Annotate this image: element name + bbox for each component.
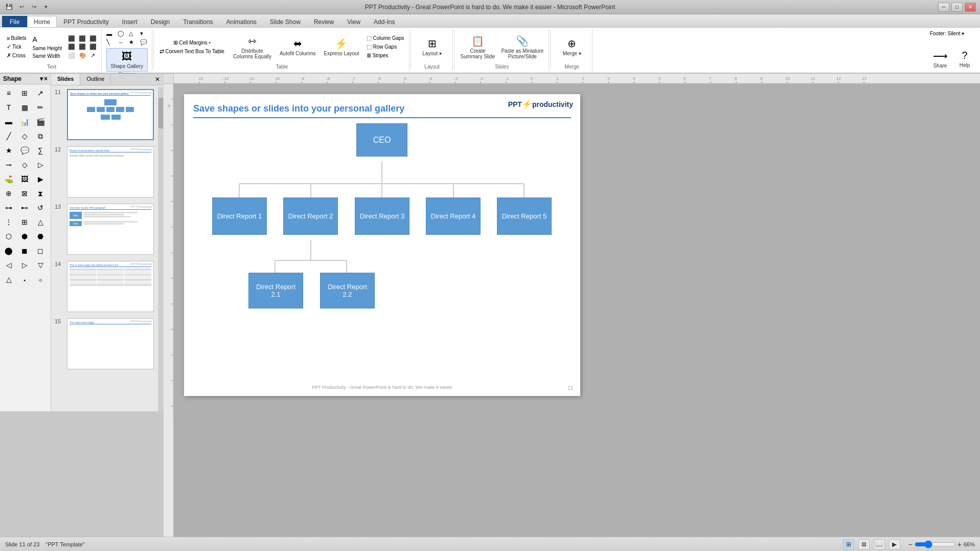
shape-circle-icon[interactable]: ◯ — [116, 30, 126, 37]
distribute-columns-button[interactable]: ⇿ DistributeColumns Equally — [231, 34, 274, 60]
shape-callout-icon[interactable]: 💬 — [139, 38, 149, 46]
org-box-dr3[interactable]: Direct Report 3 — [355, 197, 409, 235]
shape-icon-misc1[interactable]: ⊕ — [2, 187, 15, 200]
column-gaps-button[interactable]: ⬚Column Gaps — [365, 34, 405, 42]
autofit-columns-button[interactable]: ⬌ Autofit Columns — [278, 36, 318, 57]
close-button[interactable]: ✕ — [965, 3, 976, 12]
normal-view-button[interactable]: ⊞ — [843, 539, 854, 549]
tab-ppt-productivity[interactable]: PPT Productivity — [57, 16, 115, 27]
shape-rect-icon[interactable]: ▬ — [105, 30, 115, 37]
shape-star-icon[interactable]: ★ — [127, 38, 138, 46]
merge-button[interactable]: ⊕ Merge ▾ — [561, 36, 583, 57]
slide-item-13[interactable]: 13 PPTProductivity Interview results: fi… — [53, 202, 161, 256]
shape-icon-action[interactable]: ▷ — [34, 158, 47, 171]
share-button[interactable]: ⟶ Share — [930, 49, 950, 70]
shape-arrow-icon[interactable]: → — [116, 38, 126, 46]
slide-thumb-13[interactable]: PPTProductivity Interview results: fifth… — [67, 204, 154, 255]
tab-insert[interactable]: Insert — [116, 16, 144, 27]
tab-design[interactable]: Design — [144, 16, 176, 27]
org-box-dr21[interactable]: Direct Report 2.1 — [248, 273, 303, 308]
outdent-icon[interactable]: ⬛ — [77, 43, 87, 51]
shape-icon-extra4[interactable]: ⬤ — [2, 244, 15, 257]
shape-panel-close[interactable]: × — [44, 75, 48, 82]
shape-icon-media[interactable]: 🎬 — [34, 115, 47, 128]
org-box-dr4[interactable]: Direct Report 4 — [426, 197, 481, 235]
create-summary-button[interactable]: 📋 CreateSummary Slide — [459, 34, 497, 60]
shape-icon-rect[interactable]: ▬ — [2, 115, 15, 128]
shape-icon-misc2[interactable]: ⊠ — [18, 187, 31, 200]
express-layout-button[interactable]: ⚡ Express Layout — [322, 36, 361, 57]
shape-icon-extra3[interactable]: ⬣ — [34, 230, 47, 243]
tab-transitions[interactable]: Transitions — [176, 16, 219, 27]
shape-icon-extra2[interactable]: ⬢ — [18, 230, 31, 243]
slide-item-15[interactable]: 15 PPTProductivity The 'auto-color magic… — [53, 317, 161, 371]
same-width-button[interactable]: Same Width — [31, 53, 63, 59]
shape-panel-dropdown[interactable]: ▾ — [40, 75, 43, 82]
stripes-button[interactable]: ≣Stripes — [365, 52, 405, 59]
maximize-button[interactable]: □ — [951, 3, 963, 12]
convert-text-button[interactable]: ⇄Convert Text Box To Table — [158, 48, 226, 55]
slide-thumb-11[interactable]: PPTProductivity Save shapes or slides in… — [67, 89, 154, 140]
shape-icon-grid[interactable]: ⊞ — [18, 86, 31, 100]
arrow-icon[interactable]: ↗ — [89, 52, 97, 59]
org-box-ceo[interactable]: CEO — [356, 123, 407, 157]
spacing-icon[interactable]: ⬛ — [88, 43, 98, 51]
shape-icon-hierarchy[interactable]: ⋮ — [2, 215, 15, 229]
tab-add-ins[interactable]: Add-Ins — [367, 16, 401, 27]
shape-icon-table[interactable]: ▦ — [18, 101, 31, 114]
tab-review[interactable]: Review — [307, 16, 340, 27]
tick-button[interactable]: ✓Tick — [5, 43, 28, 51]
shape-icon-extra12[interactable]: ⬦ — [34, 273, 47, 286]
shape-icon-shapes[interactable]: ◇ — [18, 129, 31, 143]
shape-icon-pen[interactable]: ✏ — [34, 101, 47, 114]
cell-margins-button[interactable]: ⊞Cell Margins▾ — [172, 39, 212, 47]
shape-icon-text[interactable]: T — [2, 101, 15, 114]
shape-icon-bullets[interactable]: ≡ — [2, 86, 15, 100]
shape-icon-extra5[interactable]: ◼ — [18, 244, 31, 257]
shape-icon-matrix[interactable]: ⊞ — [18, 215, 31, 229]
help-button[interactable]: ? Help — [954, 49, 975, 70]
zoom-in-button[interactable]: + — [958, 540, 962, 548]
slideshow-button[interactable]: ▶ — [889, 539, 900, 549]
zoom-slider[interactable] — [915, 540, 955, 548]
fill-icon[interactable]: 🎨 — [78, 52, 88, 59]
shape-icon-org[interactable]: ⊶ — [2, 201, 15, 214]
slide-item-14[interactable]: 14 PPTProductivity This is what magic th… — [53, 259, 161, 314]
slide-canvas[interactable]: PPT⚡productivity Save shapes or slides i… — [184, 94, 580, 396]
tab-animations[interactable]: Animations — [219, 16, 263, 27]
shape-icon-equation[interactable]: ∑ — [34, 144, 47, 157]
tab-view[interactable]: View — [340, 16, 367, 27]
shape-icon-cycle[interactable]: ↺ — [34, 201, 47, 214]
align-right-icon[interactable]: ⬛ — [88, 35, 98, 42]
shape-icon-extra9[interactable]: ▽ — [34, 258, 47, 272]
shape-icon-extra7[interactable]: ◁ — [2, 258, 15, 272]
slide-sorter-button[interactable]: ⊠ — [858, 539, 870, 549]
shape-gallery-button[interactable]: 🖼 Shape Gallery — [106, 48, 148, 72]
zoom-out-button[interactable]: − — [908, 540, 913, 548]
org-box-dr2[interactable]: Direct Report 2 — [283, 197, 338, 235]
save-icon[interactable]: 💾 — [4, 2, 14, 12]
slide-panel-close[interactable]: ✕ — [152, 74, 163, 85]
slide-thumb-12[interactable]: PPTProductivity Reuse of presentation sa… — [67, 146, 154, 197]
same-height-button[interactable]: Same Height — [31, 45, 63, 52]
customize-icon[interactable]: ▾ — [41, 2, 51, 12]
slide-item-11[interactable]: 11 PPTProductivity Save shapes or slides… — [53, 87, 161, 142]
tab-file[interactable]: File — [2, 16, 27, 27]
org-box-dr1[interactable]: Direct Report 1 — [212, 197, 267, 235]
shape-icon-process[interactable]: ⊷ — [18, 201, 31, 214]
indent-icon[interactable]: ⬛ — [66, 43, 77, 51]
shape-more-icon[interactable]: ▾ — [139, 30, 149, 37]
bullets-button[interactable]: ≡Bullets — [5, 35, 28, 42]
align-left-icon[interactable]: ⬛ — [66, 35, 77, 42]
shape-icon-extra1[interactable]: ⬡ — [2, 230, 15, 243]
slide-thumb-14[interactable]: PPTProductivity This is what magic the e… — [67, 261, 154, 312]
shape-icon-extra10[interactable]: △ — [2, 273, 15, 286]
quick-access-toolbar[interactable]: 💾 ↩ ↪ ▾ — [4, 2, 51, 12]
shape-icon-extra11[interactable]: ⬩ — [18, 273, 31, 286]
shape-icon-lines[interactable]: ╱ — [2, 129, 15, 143]
reading-view-button[interactable]: 📖 — [874, 539, 885, 549]
org-box-dr22[interactable]: Direct Report 2.2 — [320, 273, 375, 308]
shape-icon-extra8[interactable]: ▷ — [18, 258, 31, 272]
tab-outline[interactable]: Outline — [80, 74, 111, 85]
footer-label[interactable]: Footer: Silent ▾ — [930, 31, 964, 36]
